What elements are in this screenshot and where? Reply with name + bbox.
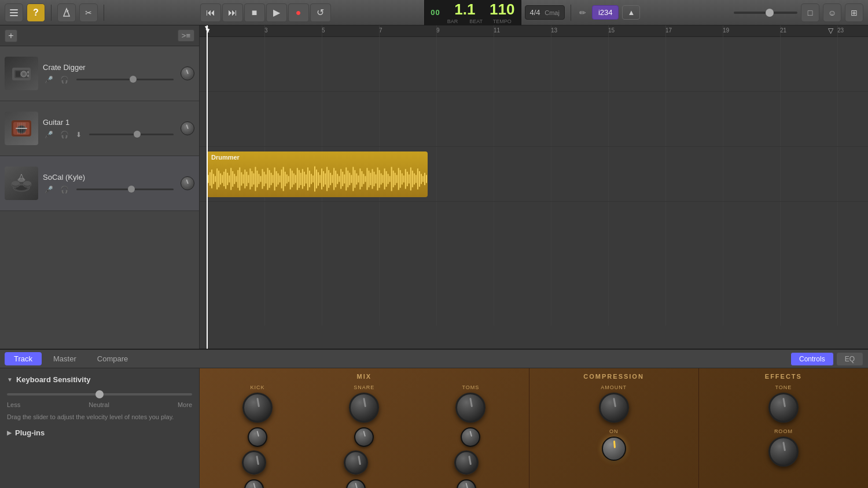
hihat-small-knob[interactable] [244,479,264,488]
compression-section: COMPRESSION AMOUNT ON [529,368,699,488]
master-vol-slider[interactable] [734,12,797,14]
mute-button[interactable]: 🎤 [43,185,55,194]
svg-rect-2 [10,15,18,16]
track-controls: 🎤 🎧 [43,185,176,194]
track-name: Crate Digger [43,63,176,72]
toolbar-right: □ ☺ ⊞ [734,3,863,22]
time-sig-button[interactable]: 4/4 Cmaj [525,5,565,20]
amount-knob[interactable] [599,393,629,423]
note-button[interactable]: i234 [592,5,619,20]
playhead[interactable] [207,25,208,349]
plugins-header[interactable]: ▶ Plug-ins [7,428,192,437]
settings-header[interactable]: ▼ Keyboard Sensitivity [7,375,192,384]
toms-label: TOMS [462,385,479,390]
track-vol-thumb[interactable] [130,76,137,83]
track-vol-slider[interactable] [76,188,174,190]
svg-rect-117 [358,175,359,182]
timeline[interactable]: 1 3 5 7 9 11 13 15 17 [200,25,868,349]
track-filter-button[interactable]: >≡ [178,29,194,42]
svg-rect-37 [218,171,219,187]
tab-controls[interactable]: Controls [790,352,834,366]
track-item[interactable]: Guitar 1 🎤 🎧 ⬇ [0,101,199,156]
svg-rect-84 [300,173,301,185]
svg-rect-146 [409,175,410,184]
headphone-button[interactable]: 🎧 [58,75,71,84]
cymbals-knob[interactable] [344,450,368,475]
record-button[interactable]: ● [288,3,309,22]
effects-title: EFFECTS [704,373,863,380]
library-icon[interactable] [5,3,23,22]
track-pan-knob[interactable] [181,176,194,190]
room-knob[interactable] [768,437,799,467]
track-vol-slider[interactable] [76,79,174,80]
percussion-knob[interactable] [454,450,479,475]
track-pan-knob[interactable] [181,121,194,135]
compression-on-knob[interactable] [602,437,626,461]
drum-region[interactable]: Drummer [207,151,428,197]
scissors-icon[interactable]: ✂ [79,3,98,22]
track-lane-empty [200,202,868,349]
record-arm-button[interactable]: ⬇ [74,130,83,139]
svg-rect-70 [276,171,277,187]
svg-rect-88 [307,168,308,191]
mute-button[interactable]: 🎤 [43,75,55,84]
track-vol-thumb[interactable] [134,131,141,138]
track-info: Guitar 1 🎤 🎧 ⬇ [43,118,176,139]
cymbals-small-knob[interactable] [346,479,366,488]
svg-rect-89 [309,171,310,187]
snare-knob[interactable] [349,393,379,423]
tab-eq[interactable]: EQ [836,352,863,366]
svg-rect-155 [424,173,425,185]
pencil-icon[interactable]: ✏ [577,6,589,20]
headphone-button[interactable]: 🎧 [58,130,71,139]
rewind-button[interactable]: ⏮ [200,3,221,22]
mute-button[interactable]: 🎤 [43,130,55,139]
kick-small-knob[interactable] [248,427,267,447]
fastforward-button[interactable]: ⏭ [222,3,243,22]
tuner-button[interactable]: ▲ [622,5,640,20]
svg-rect-73 [281,169,282,188]
bottom-panel: Track Master Compare Controls EQ ▼ Keybo… [0,349,868,488]
settings-section-title: Keyboard Sensitivity [16,375,91,384]
tone-knob[interactable] [768,393,799,423]
toms-knob[interactable] [455,393,486,423]
track-item[interactable]: SoCal (Kyle) 🎤 🎧 [0,156,199,211]
add-track-button[interactable]: + [5,29,17,42]
cycle-button[interactable]: ↺ [310,3,331,22]
metronome-icon[interactable] [57,3,76,22]
write-icon[interactable]: □ [801,3,819,22]
percussion-small-knob[interactable] [457,479,476,488]
svg-rect-115 [354,170,355,188]
track-pan-knob[interactable] [181,66,194,80]
snare-small-knob[interactable] [354,427,374,447]
stop-button[interactable]: ■ [244,3,265,22]
svg-rect-129 [379,170,380,188]
svg-rect-153 [421,174,422,184]
track-item[interactable]: Crate Digger 🎤 🎧 [0,46,199,101]
master-vol-thumb[interactable] [766,9,774,17]
tab-track[interactable]: Track [5,352,42,365]
headphone-button[interactable]: 🎧 [58,185,71,194]
sensitivity-slider[interactable] [7,393,192,395]
track-vol-thumb[interactable] [128,186,135,193]
toms-group: TOMS [455,385,486,447]
svg-rect-35 [215,176,216,182]
svg-rect-113 [351,175,352,183]
play-button[interactable]: ▶ [266,3,287,22]
svg-rect-39 [222,175,223,183]
tab-master[interactable]: Master [44,352,86,365]
tab-compare[interactable]: Compare [88,352,137,365]
hihat-knob[interactable] [242,450,266,475]
kick-knob[interactable] [242,393,273,423]
svg-rect-31 [208,175,209,183]
track-vol-slider[interactable] [89,134,174,135]
toms-small-knob[interactable] [461,427,480,447]
grid-icon[interactable]: ⊞ [845,3,863,22]
help-icon[interactable]: ? [27,3,45,22]
share-icon[interactable]: ☺ [823,3,841,22]
hihat-group: HI-HAT [242,450,266,488]
svg-rect-110 [345,168,347,191]
svg-rect-133 [386,171,387,187]
sensitivity-thumb[interactable] [95,390,104,398]
bar-pre: 00 [431,8,440,17]
